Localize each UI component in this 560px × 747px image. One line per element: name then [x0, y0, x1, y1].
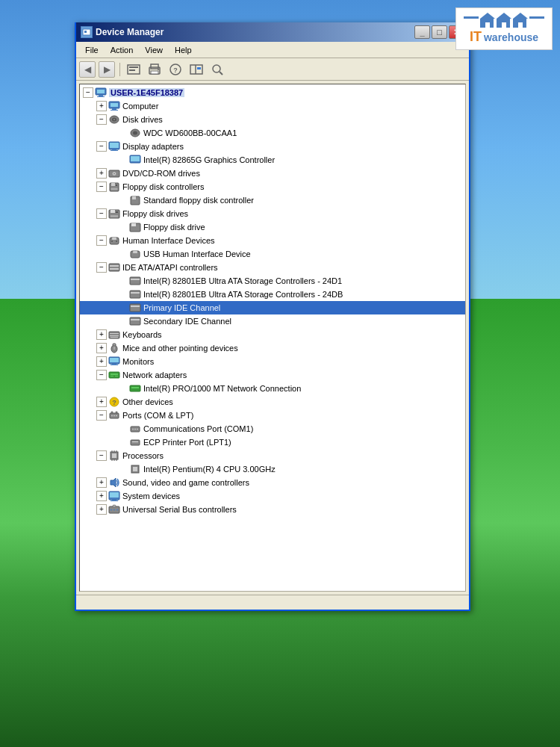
device-tree[interactable]: − USER-1E45F18387 + [79, 84, 466, 592]
tree-usb[interactable]: + Universal Serial Bus controllers [80, 503, 465, 516]
display-expand[interactable]: − [96, 141, 107, 152]
menu-view[interactable]: View [139, 44, 169, 56]
minimize-button[interactable]: _ [414, 25, 430, 39]
menu-action[interactable]: Action [105, 44, 140, 56]
network-expand[interactable]: − [96, 370, 107, 380]
svg-rect-90 [111, 412, 113, 413]
tree-intel-ata-24db[interactable]: Intel(R) 82801EB Ultra ATA Storage Contr… [80, 288, 465, 301]
toolbar-btn-5[interactable] [208, 61, 226, 78]
monitors-expand[interactable]: + [96, 356, 107, 367]
tree-usb-hid[interactable]: USB Human Interface Device [80, 247, 465, 261]
svg-rect-69 [110, 335, 119, 336]
tree-secondary-ide[interactable]: Secondary IDE Channel [80, 314, 465, 328]
toolbar-btn-print[interactable] [146, 61, 164, 78]
toolbar-btn-1[interactable] [125, 61, 143, 78]
tree-std-floppy[interactable]: Standard floppy disk controller [80, 193, 465, 207]
sound-expand[interactable]: + [96, 477, 107, 488]
svg-rect-32 [111, 150, 118, 151]
svg-rect-21 [111, 103, 118, 107]
dvd-expand[interactable]: + [96, 168, 107, 179]
tree-ide[interactable]: − IDE ATA/ATAPI controllers [80, 261, 465, 274]
keyboards-expand[interactable]: + [96, 329, 107, 340]
processors-expand[interactable]: − [96, 450, 107, 461]
toolbar-btn-4[interactable] [187, 61, 205, 78]
toolbar-btn-3[interactable]: ? [167, 61, 184, 78]
tree-com1[interactable]: Communications Port (COM1) [80, 422, 465, 436]
intel-ata-24db-icon [129, 288, 141, 300]
tree-processors[interactable]: − Processors [80, 449, 465, 462]
svg-text:?: ? [173, 66, 178, 74]
maximize-button[interactable]: □ [432, 25, 447, 39]
tree-keyboards[interactable]: + Keyboards [80, 328, 465, 341]
svg-rect-49 [131, 223, 136, 226]
tree-dvd[interactable]: + DVD/CD-ROM drives [80, 167, 465, 180]
back-button[interactable]: ◀ [79, 61, 96, 78]
svg-rect-22 [112, 108, 116, 110]
sound-icon [108, 477, 120, 489]
svg-rect-63 [130, 304, 140, 311]
floppy-ctrl-expand[interactable]: − [96, 182, 107, 192]
svg-rect-30 [110, 143, 119, 148]
svg-rect-110 [110, 492, 119, 498]
svg-point-87 [111, 415, 113, 417]
tree-system[interactable]: + System devices [80, 489, 465, 503]
ide-label: IDE ATA/ATAPI controllers [122, 263, 218, 272]
tree-root[interactable]: − USER-1E45F18387 [80, 86, 465, 99]
system-expand[interactable]: + [96, 491, 107, 501]
tree-computer[interactable]: + Computer [80, 99, 465, 113]
tree-other[interactable]: + ? Other devices [80, 395, 465, 409]
ide-expand[interactable]: − [96, 262, 107, 273]
svg-rect-96 [131, 440, 140, 445]
tree-pentium[interactable]: Intel(R) Pentium(R) 4 CPU 3.00GHz [80, 462, 465, 476]
menu-help[interactable]: Help [169, 44, 198, 56]
svg-rect-64 [131, 306, 140, 307]
tree-floppy-drives[interactable]: − Floppy disk drives [80, 207, 465, 220]
tree-monitors[interactable]: + Monitors [80, 355, 465, 368]
ide-icon [108, 261, 120, 273]
other-expand[interactable]: + [96, 397, 107, 407]
tree-mice[interactable]: + Mice and other pointing devices [80, 341, 465, 355]
root-expand[interactable]: − [83, 87, 93, 98]
floppy-drives-expand[interactable]: − [96, 208, 107, 219]
svg-rect-91 [116, 412, 117, 413]
status-bar [76, 595, 469, 610]
svg-point-14 [213, 65, 220, 72]
menu-file[interactable]: File [79, 44, 105, 56]
svg-rect-41 [111, 187, 118, 190]
tree-intel-graphics[interactable]: Intel(R) 82865G Graphics Controller [80, 153, 465, 167]
tree-hid[interactable]: − Human Interface Devices [80, 234, 465, 247]
tree-disk-drives[interactable]: − Disk drives [80, 113, 465, 126]
tree-floppy-ctrl[interactable]: − Floppy disk controllers [80, 180, 465, 193]
tree-intel-pro[interactable]: Intel(R) PRO/1000 MT Network Connection [80, 382, 465, 395]
std-floppy-placeholder [117, 195, 128, 205]
svg-point-95 [137, 429, 138, 430]
computer-expand[interactable]: + [96, 101, 107, 111]
tree-wdc[interactable]: WDC WD600BB-00CAA1 [80, 126, 465, 140]
mice-expand[interactable]: + [96, 343, 107, 353]
svg-rect-112 [111, 500, 118, 501]
svg-rect-83 [131, 387, 139, 388]
tree-floppy-drive[interactable]: Floppy disk drive [80, 220, 465, 234]
tree-intel-ata-24d1[interactable]: Intel(R) 82801EB Ultra ATA Storage Contr… [80, 274, 465, 288]
intel-pro-icon [129, 382, 141, 394]
svg-rect-62 [131, 292, 140, 294]
usb-hid-placeholder [117, 249, 128, 259]
svg-rect-34 [131, 156, 140, 161]
disk-drives-expand[interactable]: − [96, 114, 107, 125]
tree-display[interactable]: − Display adapters [80, 140, 465, 153]
svg-rect-107 [133, 467, 137, 471]
svg-rect-39 [111, 183, 115, 186]
tree-lpt1[interactable]: ECP Printer Port (LPT1) [80, 436, 465, 449]
forward-button[interactable]: ▶ [99, 61, 115, 78]
hid-expand[interactable]: − [96, 235, 107, 246]
usb-expand[interactable]: + [96, 504, 107, 515]
svg-rect-61 [130, 291, 140, 298]
title-bar[interactable]: Device Manager _ □ ✕ [76, 22, 469, 42]
tree-ports[interactable]: − Ports (COM & LPT) [80, 409, 465, 422]
svg-point-37 [113, 173, 115, 175]
tree-network[interactable]: − Network adapters [80, 368, 465, 382]
tree-sound[interactable]: + Sound, video and game controllers [80, 476, 465, 489]
tree-primary-ide[interactable]: Primary IDE Channel [80, 301, 465, 314]
ports-expand[interactable]: − [96, 410, 107, 421]
toolbar: ◀ ▶ ? [76, 58, 469, 81]
